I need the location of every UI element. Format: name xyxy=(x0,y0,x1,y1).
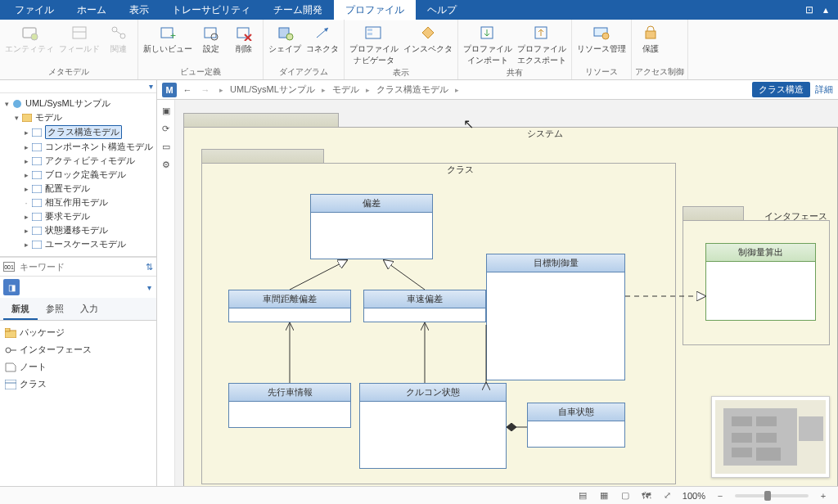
tree-item[interactable]: クラス構造モデル xyxy=(45,125,122,139)
tree-item[interactable]: ユースケースモデル xyxy=(45,238,126,250)
sidebar-header: ▾ xyxy=(0,80,156,93)
filter-mode-icon[interactable]: 001 xyxy=(3,262,15,272)
ribbon-profile-export[interactable]: プロファイル エクスポート xyxy=(516,21,568,66)
status-layout3-icon[interactable]: ▢ xyxy=(619,489,632,502)
tree-model-label[interactable]: モデル xyxy=(35,111,62,124)
tree-item[interactable]: 配置モデル xyxy=(45,182,90,195)
svg-rect-2 xyxy=(73,27,86,38)
tree-item[interactable]: 状態遷移モデル xyxy=(45,224,108,236)
interface-ctrl-calc[interactable]: 制御量算出 xyxy=(705,243,816,321)
svg-rect-34 xyxy=(32,227,42,235)
diagram-icon xyxy=(31,142,43,153)
inspector-icon xyxy=(418,23,438,43)
detail-link[interactable]: 詳細 xyxy=(815,83,833,96)
status-layout1-icon[interactable]: ▤ xyxy=(576,489,589,502)
ribbon-connector[interactable]: コネクタ xyxy=(304,21,340,55)
ribbon-shape[interactable]: シェイプ xyxy=(267,21,303,55)
palette-tab-input[interactable]: 入力 xyxy=(72,299,106,320)
diagram-icon xyxy=(31,197,43,209)
ribbon-entity[interactable]: エンティティ xyxy=(3,21,56,55)
minimap[interactable] xyxy=(711,396,830,478)
tool-link-icon[interactable]: ⟳ xyxy=(160,123,172,134)
nav-back-icon[interactable]: ← xyxy=(180,83,195,97)
canvas-area: M ← → ▸ UML/SysMLサンプル ▸ モデル ▸ クラス構造モデル ▸… xyxy=(157,80,838,486)
menu-file[interactable]: ファイル xyxy=(3,0,65,20)
tree-expand-icon[interactable]: ▾ xyxy=(11,114,21,122)
ribbon-delete[interactable]: 削除 xyxy=(228,21,259,55)
class-own-state[interactable]: 自車状態 xyxy=(527,403,625,448)
palette-item-note[interactable]: ノート xyxy=(5,358,151,376)
tree-item[interactable]: アクティビティモデル xyxy=(45,155,135,167)
svg-rect-37 xyxy=(5,328,10,331)
breadcrumb-item[interactable]: モデル xyxy=(332,83,359,96)
palette-item-class[interactable]: クラス xyxy=(5,376,151,393)
filter-options-icon[interactable]: ⇅ xyxy=(146,262,153,272)
menu-view[interactable]: 表示 xyxy=(118,0,160,20)
tool-gear-icon[interactable]: ⚙ xyxy=(160,159,172,170)
breadcrumb-item[interactable]: UML/SysMLサンプル xyxy=(230,83,315,96)
ribbon-related[interactable]: 関連 xyxy=(103,21,134,55)
view-type-pill[interactable]: クラス構造 xyxy=(752,82,810,97)
tree-item[interactable]: 要求モデル xyxy=(45,210,90,223)
class-icon xyxy=(5,380,16,389)
ribbon-collapse-icon[interactable]: ▴ xyxy=(823,4,828,16)
menu-traceability[interactable]: トレーサビリティ xyxy=(160,0,262,20)
status-minimap-icon[interactable]: 🗺 xyxy=(640,489,653,502)
ribbon-profile-import[interactable]: プロファイル インポート xyxy=(462,21,514,66)
window-message-icon[interactable]: ⊡ xyxy=(805,4,813,16)
palette-item-package[interactable]: パッケージ xyxy=(5,324,151,341)
class-distance-deviation[interactable]: 車間距離偏差 xyxy=(228,290,351,322)
palette-tab-new[interactable]: 新規 xyxy=(3,299,38,320)
sidebar-collapse-icon[interactable]: ▾ xyxy=(149,82,153,91)
class-lead-info[interactable]: 先行車情報 xyxy=(228,383,351,428)
svg-rect-19 xyxy=(367,33,372,35)
note-icon xyxy=(5,362,16,372)
tree-item[interactable]: ブロック定義モデル xyxy=(45,169,126,181)
menu-profile[interactable]: プロファイル xyxy=(334,0,416,20)
menu-help[interactable]: ヘルプ xyxy=(416,0,468,20)
palette-type-icon[interactable]: ◨ xyxy=(3,279,20,295)
class-cruise-state[interactable]: クルコン状態 xyxy=(359,383,507,469)
breadcrumb-item[interactable]: クラス構造モデル xyxy=(376,83,448,96)
menu-team-dev[interactable]: チーム開発 xyxy=(262,0,334,20)
ribbon-protection[interactable]: 保護 xyxy=(635,21,666,55)
palette-item-interface[interactable]: インターフェース xyxy=(5,341,151,358)
svg-point-15 xyxy=(286,34,293,40)
ribbon-inspector[interactable]: インスペクタ xyxy=(402,21,454,66)
nav-forward-icon[interactable]: → xyxy=(198,83,213,97)
menu-home[interactable]: ホーム xyxy=(65,0,118,20)
svg-rect-29 xyxy=(32,157,42,165)
settings-icon xyxy=(201,23,221,43)
project-icon xyxy=(11,98,23,110)
svg-rect-31 xyxy=(32,185,42,193)
status-layout2-icon[interactable]: ▦ xyxy=(597,489,610,502)
svg-text:+: + xyxy=(170,30,176,41)
zoom-slider[interactable] xyxy=(735,494,809,497)
class-speed-deviation[interactable]: 車速偏差 xyxy=(363,290,486,322)
ribbon-resource-mgmt[interactable]: リソース管理 xyxy=(575,21,628,55)
model-tree[interactable]: ▾ UML/SysMLサンプル ▾ モデル ▸クラス構造モデル ▸コンポーネント… xyxy=(0,93,156,257)
ribbon-settings[interactable]: 設定 xyxy=(196,21,227,55)
breadcrumb-home-icon[interactable]: M xyxy=(162,83,177,97)
ribbon-newview[interactable]: + 新しいビュー xyxy=(142,21,194,55)
tree-item[interactable]: コンポーネント構造モデル xyxy=(45,141,153,153)
class-deviation[interactable]: 偏差 xyxy=(310,194,433,259)
zoom-out-icon[interactable]: − xyxy=(714,489,727,502)
palette-collapse-icon[interactable]: ▾ xyxy=(142,283,156,292)
tree-root-label[interactable]: UML/SysMLサンプル xyxy=(25,97,110,110)
svg-rect-30 xyxy=(32,171,42,179)
tree-expand-icon[interactable]: ▾ xyxy=(2,100,11,108)
tool-rect-icon[interactable]: ▭ xyxy=(160,141,172,152)
diagram-canvas[interactable]: システム クラス インタフェース 偏差 車間距離偏差 車速偏差 xyxy=(175,100,838,486)
ribbon-field[interactable]: フィールド xyxy=(57,21,101,55)
tool-pointer-icon[interactable]: ▣ xyxy=(160,105,172,116)
filter-input[interactable] xyxy=(18,260,142,273)
class-target-ctrl[interactable]: 目標制御量 xyxy=(486,254,625,380)
zoom-in-icon[interactable]: + xyxy=(817,489,830,502)
package-interface-title: インタフェース xyxy=(764,210,827,223)
tree-item[interactable]: 相互作用モデル xyxy=(45,196,108,209)
palette-tab-browse[interactable]: 参照 xyxy=(38,299,72,320)
status-fit-icon[interactable]: ⤢ xyxy=(661,489,674,502)
ribbon-profile-nav[interactable]: プロファイル ナビゲータ xyxy=(348,21,400,66)
palette-list: パッケージ インターフェース ノート クラス xyxy=(0,321,156,486)
